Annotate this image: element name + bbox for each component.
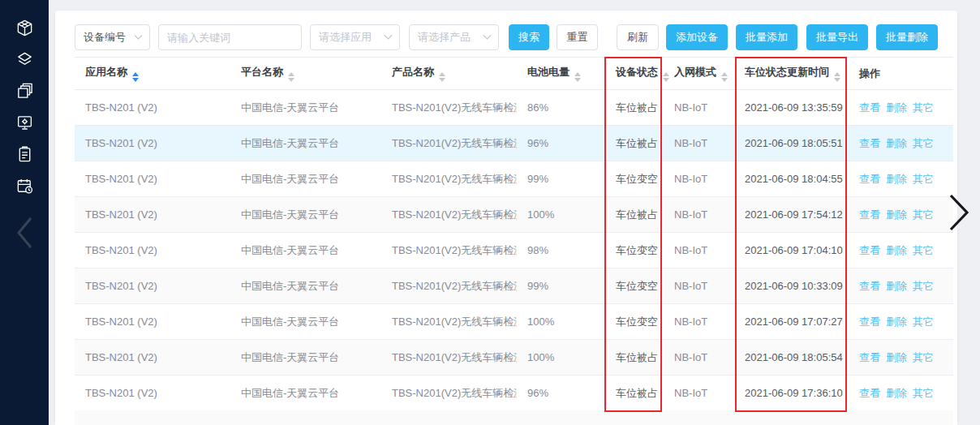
action-more-link[interactable]: 其它 xyxy=(913,387,934,399)
sidebar-item-products[interactable] xyxy=(8,76,41,108)
column-header[interactable]: 设备状态 xyxy=(605,58,664,90)
device-table: 应用名称 平台名称 产品名称 电池电量 设备状态 入网模式 车位状态更新时间 操… xyxy=(75,57,953,411)
action-more-link[interactable]: 其它 xyxy=(913,244,934,256)
column-label: 产品名称 xyxy=(392,66,434,78)
table-row[interactable]: TBS-N201 (V2) 中国电信-天翼云平台 TBS-N201(V2)无线车… xyxy=(75,376,953,411)
cell-battery: 86% xyxy=(517,90,605,126)
sidebar-item-applications[interactable] xyxy=(8,45,41,76)
reset-button[interactable]: 重置 xyxy=(557,24,598,50)
cell-app: TBS-N201 (V2) xyxy=(75,197,230,233)
column-label: 电池电量 xyxy=(527,66,570,78)
cell-status: 车位变空 xyxy=(605,161,664,197)
sidebar-item-devices[interactable] xyxy=(8,13,41,45)
table-row[interactable]: TBS-N201 (V2) 中国电信-天翼云平台 TBS-N201(V2)无线车… xyxy=(75,340,953,376)
table-row[interactable]: TBS-N201 (V2) 中国电信-天翼云平台 TBS-N201(V2)无线车… xyxy=(75,268,953,304)
sidebar xyxy=(0,0,49,425)
cell-updated: 2021-06-09 10:33:09 xyxy=(734,268,849,304)
action-more-link[interactable]: 其它 xyxy=(913,351,934,363)
column-label: 入网模式 xyxy=(674,66,716,78)
cell-product: TBS-N201(V2)无线车辆检测器 xyxy=(381,90,517,126)
action-view-link[interactable]: 查看 xyxy=(859,137,880,149)
action-more-link[interactable]: 其它 xyxy=(913,208,934,221)
sort-icon[interactable] xyxy=(439,72,445,82)
action-delete-link[interactable]: 删除 xyxy=(886,208,907,221)
column-header[interactable]: 入网模式 xyxy=(664,58,734,90)
action-more-link[interactable]: 其它 xyxy=(913,137,934,149)
action-view-link[interactable]: 查看 xyxy=(859,351,880,363)
cell-battery: 98% xyxy=(517,233,605,268)
sidebar-collapse-button[interactable] xyxy=(8,214,41,253)
action-view-link[interactable]: 查看 xyxy=(859,316,880,328)
batch-export-button[interactable]: 批量导出 xyxy=(806,24,868,50)
action-view-link[interactable]: 查看 xyxy=(859,280,880,292)
cell-platform: 中国电信-天翼云平台 xyxy=(230,90,381,126)
action-delete-link[interactable]: 删除 xyxy=(886,351,907,363)
action-view-link[interactable]: 查看 xyxy=(859,387,880,399)
column-label: 设备状态 xyxy=(616,66,658,78)
search-button[interactable]: 搜索 xyxy=(509,24,549,50)
cell-actions: 查看删除其它 xyxy=(849,268,953,304)
action-view-link[interactable]: 查看 xyxy=(859,173,880,185)
sort-icon[interactable] xyxy=(132,72,139,82)
cell-network: NB-IoT xyxy=(664,90,734,126)
action-view-link[interactable]: 查看 xyxy=(859,101,880,114)
sidebar-item-schedule[interactable] xyxy=(8,171,41,203)
refresh-button[interactable]: 刷新 xyxy=(617,24,659,50)
cell-updated: 2021-06-09 18:04:55 xyxy=(734,161,849,197)
cell-platform: 中国电信-天翼云平台 xyxy=(230,376,381,411)
action-view-link[interactable]: 查看 xyxy=(859,208,880,221)
next-page-arrow[interactable] xyxy=(948,192,970,235)
column-header[interactable]: 车位状态更新时间 xyxy=(734,58,849,90)
cell-app: TBS-N201 (V2) xyxy=(75,376,230,411)
table-row[interactable]: TBS-N201 (V2) 中国电信-天翼云平台 TBS-N201(V2)无线车… xyxy=(75,233,953,268)
column-header[interactable]: 操作 xyxy=(849,58,953,90)
batch-add-button[interactable]: 批量添加 xyxy=(736,24,797,50)
sort-icon[interactable] xyxy=(721,72,728,82)
action-more-link[interactable]: 其它 xyxy=(913,173,934,185)
cell-updated: 2021-06-09 17:36:10 xyxy=(734,376,849,411)
batch-delete-button[interactable]: 批量删除 xyxy=(876,24,938,50)
column-header[interactable]: 应用名称 xyxy=(75,58,230,90)
column-label: 车位状态更新时间 xyxy=(745,66,829,78)
column-header[interactable]: 产品名称 xyxy=(381,58,517,90)
product-select[interactable]: 请选择产品 xyxy=(409,24,499,50)
add-device-button[interactable]: 添加设备 xyxy=(666,24,728,50)
table-row[interactable]: TBS-N201 (V2) 中国电信-天翼云平台 TBS-N201(V2)无线车… xyxy=(75,197,953,233)
action-delete-link[interactable]: 删除 xyxy=(886,137,907,149)
cell-network: NB-IoT xyxy=(664,126,734,161)
sort-icon[interactable] xyxy=(834,72,840,82)
cell-status: 车位被占 xyxy=(605,340,664,376)
action-more-link[interactable]: 其它 xyxy=(913,316,934,328)
action-delete-link[interactable]: 删除 xyxy=(886,244,907,256)
table-row[interactable]: TBS-N201 (V2) 中国电信-天翼云平台 TBS-N201(V2)无线车… xyxy=(75,304,953,340)
cell-status: 车位被占 xyxy=(605,126,664,161)
content-card: 设备编号 请选择应用 请选择产品 搜索 重置 刷新 添加设备 批量添加 批量导出… xyxy=(55,11,957,425)
action-delete-link[interactable]: 删除 xyxy=(886,316,907,328)
table-row[interactable]: TBS-N201 (V2) 中国电信-天翼云平台 TBS-N201(V2)无线车… xyxy=(75,126,953,161)
sidebar-item-monitor[interactable] xyxy=(8,108,41,140)
action-delete-link[interactable]: 删除 xyxy=(886,101,907,114)
sort-icon[interactable] xyxy=(663,72,669,82)
sort-icon[interactable] xyxy=(574,72,581,82)
keyword-input[interactable] xyxy=(158,24,302,50)
table-row[interactable]: TBS-N201 (V2) 中国电信-天翼云平台 TBS-N201(V2)无线车… xyxy=(75,161,953,197)
cell-actions: 查看删除其它 xyxy=(849,126,953,161)
action-delete-link[interactable]: 删除 xyxy=(886,280,907,292)
action-view-link[interactable]: 查看 xyxy=(859,244,880,256)
chevron-left-icon xyxy=(15,216,34,252)
search-field-select[interactable]: 设备编号 xyxy=(75,24,150,50)
action-more-link[interactable]: 其它 xyxy=(913,101,934,114)
cell-product: TBS-N201(V2)无线车辆检测器 xyxy=(381,197,517,233)
action-delete-link[interactable]: 删除 xyxy=(886,387,907,399)
calendar-clock-icon xyxy=(15,177,34,198)
sidebar-item-records[interactable] xyxy=(8,140,41,171)
cell-updated: 2021-06-09 17:07:27 xyxy=(734,304,849,340)
sort-icon[interactable] xyxy=(288,72,294,82)
table-row[interactable]: TBS-N201 (V2) 中国电信-天翼云平台 TBS-N201(V2)无线车… xyxy=(75,90,953,126)
action-more-link[interactable]: 其它 xyxy=(913,280,934,292)
cell-platform: 中国电信-天翼云平台 xyxy=(230,268,381,304)
app-select[interactable]: 请选择应用 xyxy=(310,24,400,50)
column-header[interactable]: 平台名称 xyxy=(230,58,381,90)
action-delete-link[interactable]: 删除 xyxy=(886,173,907,185)
column-header[interactable]: 电池电量 xyxy=(517,58,605,90)
